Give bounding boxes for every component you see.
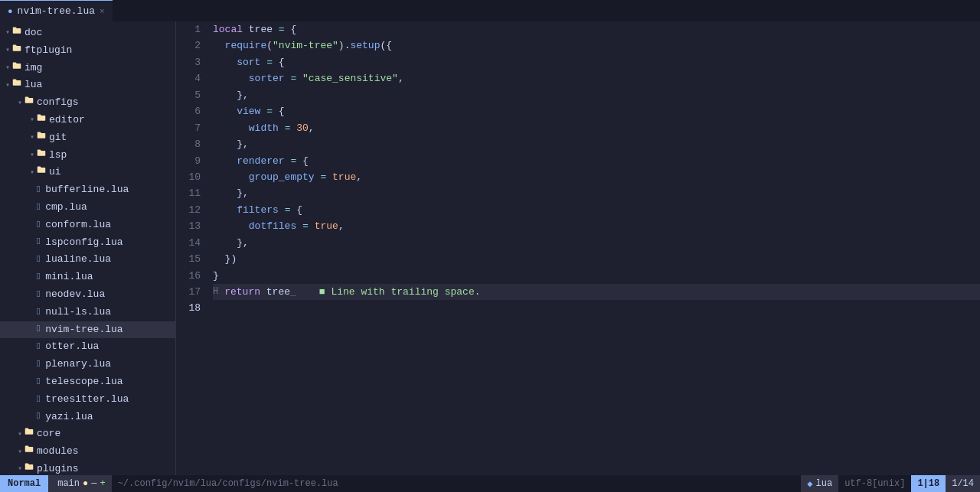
status-dot: ●	[83, 478, 88, 489]
tree-item[interactable]: ▾ftplugin	[0, 42, 175, 60]
tree-item[interactable]: ▾modules	[0, 443, 175, 461]
file-name: bufferline.lua	[45, 182, 129, 198]
line-number: 17	[188, 284, 201, 300]
tree-arrow-icon: ▾	[15, 97, 24, 109]
file-name: treesitter.lua	[45, 392, 129, 408]
code-line: }	[213, 268, 980, 284]
file-name: plenary.lua	[45, 357, 111, 373]
file-name: configs	[37, 95, 79, 111]
tree-arrow-icon: ▾	[15, 446, 24, 458]
filetype-icon: ◆	[807, 478, 812, 490]
file-name: lspconfig.lua	[45, 235, 122, 251]
line-number: 14	[188, 235, 201, 251]
code-area[interactable]: local tree = { require("nvim-tree").setu…	[207, 21, 980, 475]
tree-item[interactable]: 󰢱lualine.lua	[0, 251, 175, 269]
tree-item[interactable]: 󰢱nvim-tree.lua	[0, 321, 175, 339]
file-icon: 󰢱	[37, 235, 42, 249]
tree-arrow-icon: ▾	[28, 167, 37, 179]
file-name: nvim-tree.lua	[45, 322, 122, 338]
filetype-name: lua	[816, 478, 833, 489]
file-name: plugins	[37, 461, 79, 475]
tree-item[interactable]: 󰢱telescope.lua	[0, 373, 175, 391]
tree-item[interactable]: 󰢱neodev.lua	[0, 286, 175, 304]
file-tree[interactable]: ▾doc▾ftplugin▾img▾lua▾configs▾editor▾git…	[0, 21, 176, 475]
tree-item[interactable]: ▾git	[0, 129, 175, 147]
active-tab[interactable]: ● nvim-tree.lua ×	[0, 0, 113, 21]
code-line: renderer = {	[213, 153, 980, 169]
line-number: 16	[188, 268, 201, 284]
tree-arrow-icon: ▾	[3, 62, 12, 74]
file-icon: 󰢱	[37, 288, 42, 302]
file-name: lualine.lua	[45, 252, 111, 268]
code-line: },	[213, 185, 980, 201]
line-number: 2	[188, 37, 201, 54]
tree-item[interactable]: 󰢱otter.lua	[0, 338, 175, 356]
code-line: require("nvim-tree").setup({	[213, 37, 980, 54]
tree-item[interactable]: 󰢱yazi.lua	[0, 409, 175, 426]
code-line: },	[213, 136, 980, 152]
code-line: local tree = {	[213, 21, 980, 37]
file-icon: 󰢱	[37, 200, 42, 215]
line-number: 5	[188, 87, 201, 103]
tree-item[interactable]: ▾img	[0, 60, 175, 77]
line-number: 7	[188, 120, 201, 136]
file-icon: 󰢱	[37, 322, 42, 337]
file-icon	[24, 462, 34, 475]
tree-item[interactable]: ▾core	[0, 425, 175, 443]
tree-item[interactable]: 󰢱plenary.lua	[0, 356, 175, 373]
line-number: 12	[188, 202, 201, 218]
editor[interactable]: 123456789101112131415161718 local tree =…	[176, 21, 980, 475]
line-number: 3	[188, 54, 201, 70]
file-icon: 󰢱	[37, 253, 42, 267]
tree-item[interactable]: ▾lsp	[0, 147, 175, 165]
tree-item[interactable]: 󰢱lspconfig.lua	[0, 234, 175, 252]
tree-item[interactable]: ▾ui	[0, 164, 175, 181]
file-name: ui	[49, 165, 61, 181]
file-name: img	[24, 60, 42, 77]
tree-item[interactable]: 󰢱cmp.lua	[0, 199, 175, 217]
file-icon: 󰢱	[37, 340, 42, 354]
tree-item[interactable]: ▾editor	[0, 112, 175, 129]
file-icon	[24, 445, 34, 459]
file-name: cmp.lua	[45, 200, 87, 216]
status-right: ◆ lua utf-8[unix] 1|18 1/14	[801, 475, 980, 492]
code-line: group_empty = true,	[213, 169, 980, 185]
tree-item[interactable]: 󰢱bufferline.lua	[0, 181, 175, 199]
file-icon: 󰢱	[37, 375, 42, 389]
line-number: 1	[188, 21, 201, 37]
file-name: editor	[49, 112, 85, 129]
status-bar: Normal main ● ─ + ~/.config/nvim/lua/con…	[0, 475, 980, 492]
tree-item[interactable]: ▾plugins	[0, 461, 175, 475]
status-position: 1|18	[911, 475, 946, 492]
file-name: otter.lua	[45, 339, 99, 355]
tree-item[interactable]: 󰢱null-ls.lua	[0, 304, 175, 321]
tree-item[interactable]: 󰢱conform.lua	[0, 217, 175, 234]
line-numbers: 123456789101112131415161718	[176, 21, 207, 475]
file-icon	[12, 26, 21, 41]
tab-filename: nvim-tree.lua	[18, 5, 95, 17]
line-number: 8	[188, 136, 201, 152]
tab-close-button[interactable]: ×	[100, 7, 105, 16]
status-mode: Normal	[0, 475, 48, 492]
file-icon: 󰢱	[37, 305, 42, 320]
line-number: 4	[188, 70, 201, 86]
tree-item[interactable]: ▾configs	[0, 94, 175, 112]
tree-item[interactable]: 󰢱treesitter.lua	[0, 391, 175, 409]
file-icon: 󰢱	[37, 270, 42, 285]
file-name: telescope.lua	[45, 374, 122, 390]
file-icon	[12, 61, 21, 76]
file-icon	[37, 165, 46, 180]
file-name: yazi.lua	[45, 409, 93, 425]
line-number: 9	[188, 153, 201, 169]
status-total: 1/14	[946, 475, 980, 492]
line-number: 13	[188, 218, 201, 234]
tree-item[interactable]: ▾doc	[0, 24, 175, 42]
main-area: ▾doc▾ftplugin▾img▾lua▾configs▾editor▾git…	[0, 21, 980, 475]
line-number: 15	[188, 251, 201, 267]
file-icon: 󰢱	[37, 393, 42, 407]
tree-arrow-icon: ▾	[15, 428, 24, 441]
tree-item[interactable]: ▾lua	[0, 77, 175, 94]
code-line: },	[213, 87, 980, 103]
tree-item[interactable]: 󰢱mini.lua	[0, 269, 175, 286]
code-line: sort = {	[213, 54, 980, 70]
